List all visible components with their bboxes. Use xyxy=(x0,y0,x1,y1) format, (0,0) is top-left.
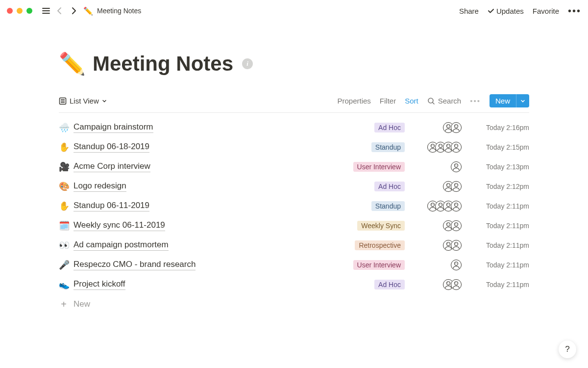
list-item[interactable]: ✋Standup 06-18-2019StandupToday 2:15pm xyxy=(59,137,529,157)
row-emoji: 👀 xyxy=(59,240,74,251)
search-label: Search xyxy=(438,97,462,105)
row-emoji: 🌧️ xyxy=(59,122,74,133)
svg-point-59 xyxy=(454,282,458,285)
svg-point-44 xyxy=(454,223,458,226)
row-date: Today 2:11pm xyxy=(470,281,529,289)
new-button-dropdown[interactable] xyxy=(516,94,529,107)
svg-point-47 xyxy=(446,242,450,246)
row-date: Today 2:13pm xyxy=(470,163,529,171)
page-title[interactable]: Meeting Notes xyxy=(93,52,233,76)
svg-point-8 xyxy=(431,144,434,148)
window-controls xyxy=(7,8,32,14)
svg-point-3 xyxy=(447,126,448,126)
page-content: ✏️ Meeting Notes i List View Properties … xyxy=(0,22,588,314)
breadcrumb-emoji: ✏️ xyxy=(83,6,93,16)
svg-point-40 xyxy=(457,204,457,205)
row-date: Today 2:12pm xyxy=(470,183,529,190)
svg-point-7 xyxy=(457,126,457,126)
properties-button[interactable]: Properties xyxy=(337,97,370,105)
svg-point-6 xyxy=(455,126,456,126)
list-item[interactable]: 👀Ad campaign postmortemRetrospectiveToda… xyxy=(59,236,529,255)
avatar xyxy=(451,142,462,153)
svg-point-29 xyxy=(431,203,434,207)
row-title: Respeczo CMO - brand research xyxy=(74,260,196,270)
updates-button[interactable]: Updates xyxy=(488,7,524,15)
list-item[interactable]: 🎥Acme Corp interviewUser InterviewToday … xyxy=(59,157,529,177)
new-row-button[interactable]: + New xyxy=(59,294,529,314)
top-bar: ✏️ Meeting Notes Share Updates Favorite … xyxy=(0,0,588,22)
row-tag: Weekly Sync xyxy=(357,221,405,231)
more-menu-icon[interactable]: ••• xyxy=(568,5,581,17)
list-item[interactable]: 🎤Respeczo CMO - brand researchUser Inter… xyxy=(59,255,529,275)
back-button[interactable] xyxy=(53,4,67,18)
avatar xyxy=(451,161,462,172)
svg-point-19 xyxy=(457,145,457,146)
svg-point-36 xyxy=(447,204,448,205)
favorite-button[interactable]: Favorite xyxy=(533,7,559,15)
svg-point-13 xyxy=(441,145,441,146)
svg-point-4 xyxy=(449,126,449,126)
svg-point-45 xyxy=(455,224,456,224)
svg-point-49 xyxy=(449,243,449,244)
info-icon[interactable]: i xyxy=(242,58,253,69)
row-avatars xyxy=(413,201,462,211)
close-window-button[interactable] xyxy=(7,8,13,14)
row-avatars xyxy=(413,161,462,172)
breadcrumb[interactable]: ✏️ Meeting Notes xyxy=(83,6,141,16)
row-date: Today 2:11pm xyxy=(470,222,529,230)
row-date: Today 2:11pm xyxy=(470,261,529,269)
list-item[interactable]: ✋Standup 06-11-2019StandupToday 2:11pm xyxy=(59,196,529,216)
row-title: Standup 06-11-2019 xyxy=(74,201,149,211)
avatar xyxy=(451,240,462,251)
row-date: Today 2:11pm xyxy=(470,202,529,210)
row-title: Project kickoff xyxy=(74,279,125,290)
sort-button[interactable]: Sort xyxy=(405,97,418,105)
menu-icon[interactable] xyxy=(39,4,53,18)
row-emoji: ✋ xyxy=(59,201,74,211)
maximize-window-button[interactable] xyxy=(26,8,32,14)
share-button[interactable]: Share xyxy=(459,7,479,15)
chevron-down-icon xyxy=(520,99,525,104)
toolbar-more-icon[interactable]: ••• xyxy=(470,97,481,105)
row-emoji: 🎥 xyxy=(59,161,74,172)
svg-point-50 xyxy=(454,242,458,246)
new-button[interactable]: New xyxy=(490,94,529,107)
row-tag: User Interview xyxy=(353,162,405,172)
list-item[interactable]: 🌧️Campaign brainstormAd HocToday 2:16pm xyxy=(59,118,529,137)
row-date: Today 2:15pm xyxy=(470,143,529,151)
row-title: Weekly sync 06-11-2019 xyxy=(74,220,165,231)
updates-label: Updates xyxy=(496,7,524,15)
row-emoji: 🎤 xyxy=(59,260,74,270)
filter-button[interactable]: Filter xyxy=(380,97,396,105)
row-avatars xyxy=(413,279,462,290)
svg-point-16 xyxy=(449,145,449,146)
page-emoji[interactable]: ✏️ xyxy=(59,51,86,77)
search-button[interactable]: Search xyxy=(427,97,462,105)
list-item[interactable]: 🎨Logo redesignAd HocToday 2:12pm xyxy=(59,177,529,196)
row-emoji: 🗓️ xyxy=(59,220,74,231)
svg-point-41 xyxy=(446,223,450,226)
avatar xyxy=(451,201,462,211)
avatar xyxy=(451,181,462,192)
svg-point-15 xyxy=(447,145,448,146)
help-button[interactable]: ? xyxy=(559,341,576,358)
svg-point-54 xyxy=(455,263,456,263)
topbar-actions: Share Updates Favorite ••• xyxy=(459,5,581,17)
row-title: Campaign brainstorm xyxy=(74,122,153,133)
search-icon xyxy=(427,97,435,105)
page-title-row: ✏️ Meeting Notes i xyxy=(59,51,529,77)
view-selector[interactable]: List View xyxy=(59,97,107,105)
svg-point-38 xyxy=(454,203,458,207)
svg-point-22 xyxy=(457,165,457,165)
svg-point-21 xyxy=(455,165,456,165)
row-title: Ad campaign postmortem xyxy=(74,240,169,251)
forward-button[interactable] xyxy=(67,4,80,18)
svg-point-9 xyxy=(432,145,432,146)
svg-point-33 xyxy=(440,204,440,205)
list-item[interactable]: 🗓️Weekly sync 06-11-2019Weekly SyncToday… xyxy=(59,216,529,236)
minimize-window-button[interactable] xyxy=(17,8,23,14)
row-emoji: 👟 xyxy=(59,279,74,290)
toolbar-right: Properties Filter Sort Search ••• New xyxy=(337,94,529,107)
avatar xyxy=(451,220,462,231)
list-item[interactable]: 👟Project kickoffAd HocToday 2:11pm xyxy=(59,275,529,294)
